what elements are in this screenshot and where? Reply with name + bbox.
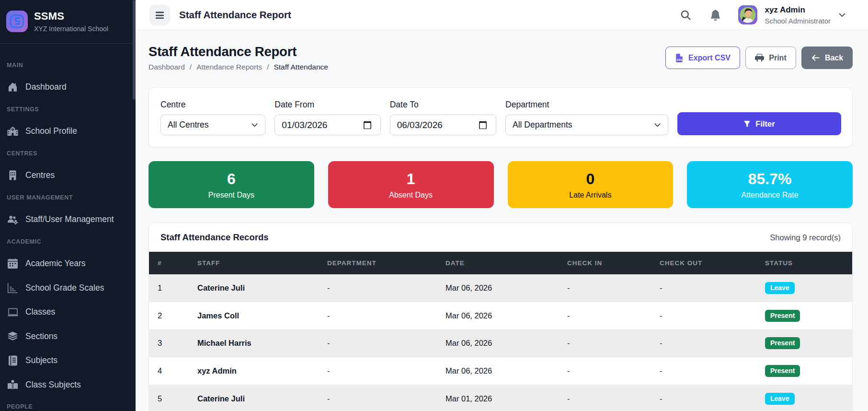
svg-text:CSV: CSV	[676, 58, 682, 61]
